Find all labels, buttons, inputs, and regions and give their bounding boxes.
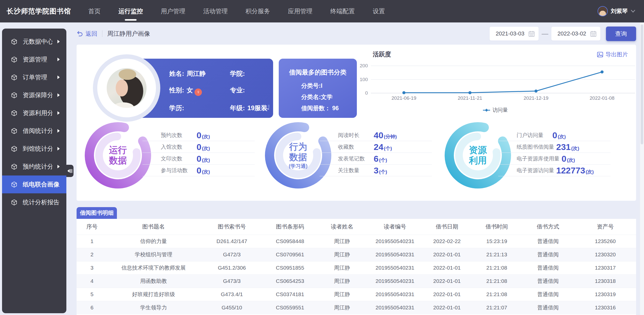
table-cell: 1230320 — [575, 248, 636, 261]
activity-line-chart: 01002002021-06-192021-11-212021-12-19202… — [355, 60, 636, 105]
table-cell: 4 — [77, 274, 107, 288]
cube-icon — [11, 199, 18, 206]
stat-row: 阅读时长40(分钟) — [320, 129, 432, 141]
date-end-input[interactable]: 2022-03-02 — [551, 27, 600, 41]
sidebar-item-3[interactable]: 资源保障分析 — [2, 86, 66, 104]
table-cell: 2019550540231 — [368, 301, 422, 314]
profile-field: 姓名:周江静 — [169, 69, 230, 78]
table-cell: 21:21:08 — [472, 274, 521, 288]
legend-line-marker — [483, 108, 490, 112]
date-start-input[interactable]: 2021-03-03 — [490, 27, 539, 41]
sidebar-item-1[interactable]: 资源管理 — [2, 51, 66, 68]
svg-text:2021-12-19: 2021-12-19 — [524, 95, 548, 101]
scrollbar[interactable] — [640, 22, 644, 315]
table-column-header: 资产号 — [575, 219, 636, 235]
chevron-right-icon — [57, 93, 60, 97]
table-cell: 2022-01-01 — [422, 248, 472, 261]
svg-text:0: 0 — [365, 90, 368, 96]
svg-text:2021-11-21: 2021-11-21 — [458, 95, 482, 101]
stat-row: 文印次数0(次) — [142, 153, 255, 165]
nav-item-1[interactable]: 运行监控 — [118, 0, 143, 22]
donut-label: 运行数据 — [84, 122, 152, 189]
sidebar-item-5[interactable]: 借阅统计分析 — [2, 122, 66, 140]
sidebar-item-4[interactable]: 资源利用分析 — [2, 104, 66, 122]
table-cell: 1230316 — [575, 301, 636, 314]
nav-item-2[interactable]: 用户管理 — [161, 0, 185, 22]
chart-title: 活跃度 — [373, 50, 391, 58]
sidebar-item-8[interactable]: 纸电联合画像 — [2, 175, 66, 193]
table-cell: G451.2/306 — [200, 261, 264, 274]
table-tab[interactable]: 借阅图书明细 — [77, 207, 117, 219]
chevron-right-icon — [57, 165, 60, 168]
table-cell: G473/3 — [200, 274, 264, 288]
page-title: 周江静用户画像 — [107, 30, 150, 38]
sidebar-item-0[interactable]: 元数据中心 — [2, 33, 66, 51]
stat-row: 电子资源访问量122773(次) — [498, 165, 611, 176]
nav-item-7[interactable]: 设置 — [373, 0, 385, 22]
query-button[interactable]: 查询 — [606, 27, 636, 41]
stat-row: 发表笔记数6(个) — [320, 153, 432, 165]
table-cell: 2022-01-01 — [422, 274, 472, 288]
table-row: 4用函数助教G473/3CS0654253周江静2019550540231202… — [77, 274, 636, 288]
table-cell: 好班规打造好班级 — [107, 288, 200, 301]
stat-row: 参与活动数0(次) — [142, 165, 255, 176]
svg-text:200: 200 — [360, 63, 368, 68]
chevron-right-icon — [57, 147, 60, 150]
user-avatar[interactable] — [598, 6, 608, 16]
table-cell: 1230319 — [575, 288, 636, 301]
nav-item-3[interactable]: 活动管理 — [203, 0, 228, 22]
user-name: 刘紫琴 — [611, 7, 628, 15]
sidebar-item-9[interactable]: 统计分析报告 — [2, 193, 66, 211]
table-column-header: 读者姓名 — [316, 219, 368, 235]
date-start-value: 2021-03-03 — [496, 30, 525, 37]
table-cell: 21:21:08 — [472, 288, 521, 301]
legend-label: 访问量 — [493, 107, 508, 114]
sidebar-item-7[interactable]: 预约统计分析 — [2, 158, 66, 175]
user-photo — [107, 68, 147, 108]
calendar-icon — [590, 30, 597, 37]
donut-stats-1: 阅读时长40(分钟)收藏数24(个)发表笔记数6(个)关注数量3(个) — [320, 129, 432, 176]
chart-legend[interactable]: 访问量 — [355, 107, 636, 114]
nav-item-4[interactable]: 积分服务 — [246, 0, 270, 22]
sidebar-item-2[interactable]: 订单管理 — [2, 68, 66, 86]
table-cell: 2022-01-01 — [422, 288, 472, 301]
table-cell: CS0709561 — [264, 248, 316, 261]
breadcrumb-divider — [102, 30, 102, 37]
app-title: 长沙师范学院图书馆 — [7, 7, 71, 16]
sidebar-item-6[interactable]: 到馆统计分析 — [2, 140, 66, 158]
export-image-button[interactable]: 导出图片 — [597, 51, 628, 58]
cube-icon — [11, 181, 18, 188]
table-column-header: 序号 — [77, 219, 107, 235]
table-row: 2学校组织与管理G472/3CS0709561周江静20195505402312… — [77, 248, 636, 261]
table-column-header: 图书条形码 — [264, 219, 316, 235]
table-cell: 2022-01-01 — [422, 261, 472, 274]
nav-item-5[interactable]: 应用管理 — [288, 0, 312, 22]
table-cell: 2019550540231 — [368, 288, 422, 301]
donut-stats-2: 门户访问量0(次)纸质图书借阅量231(次)电子资源库使用量0(次)电子资源访问… — [498, 129, 611, 176]
table-column-header: 图书题名 — [107, 219, 200, 235]
table-cell: 普通借阅 — [521, 261, 575, 274]
stat-row: 关注数量3(个) — [320, 165, 432, 176]
table-cell: 21:21:13 — [472, 248, 521, 261]
table-cell: 2019550540231 — [368, 274, 422, 288]
table-cell: 普通借阅 — [521, 235, 575, 248]
back-button[interactable]: 返回 — [77, 30, 97, 38]
table-cell: 2019550540231 — [368, 248, 422, 261]
nav-item-0[interactable]: 首页 — [88, 0, 101, 22]
back-undo-icon — [77, 30, 83, 37]
cube-icon — [11, 145, 18, 152]
calendar-icon — [528, 30, 535, 37]
nav-item-6[interactable]: 终端配置 — [330, 0, 355, 22]
table-cell: CS0951855 — [264, 261, 316, 274]
main-nav: 首页运行监控用户管理活动管理积分服务应用管理终端配置设置 — [88, 0, 385, 22]
table-cell: 2022-01-01 — [422, 301, 472, 314]
chevron-right-icon — [57, 129, 60, 133]
cube-icon — [11, 38, 18, 45]
user-menu[interactable]: 刘紫琴 — [598, 6, 635, 16]
date-end-value: 2022-03-02 — [557, 30, 586, 37]
table-cell: 周江静 — [316, 274, 368, 288]
scrollbar-thumb[interactable] — [641, 24, 643, 144]
category-line: 借阅册数： 96 — [301, 104, 357, 112]
cube-icon — [11, 128, 18, 134]
female-icon: ♀ — [195, 89, 202, 96]
